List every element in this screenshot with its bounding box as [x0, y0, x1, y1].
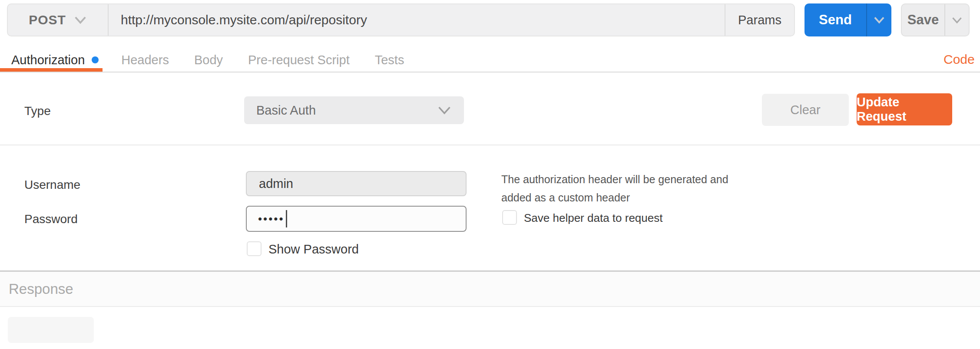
response-placeholder-block — [8, 317, 94, 343]
authorization-helper-note: The authorization header will be generat… — [501, 170, 728, 207]
tab-bar-border — [0, 72, 980, 72]
chevron-down-icon — [74, 16, 87, 24]
clear-button[interactable]: Clear — [762, 94, 849, 126]
tab-body[interactable]: Body — [194, 53, 223, 67]
tab-label: Body — [194, 53, 223, 67]
chevron-down-icon — [437, 105, 452, 115]
params-button[interactable]: Params — [725, 4, 794, 36]
save-helper-data-label: Save helper data to request — [524, 211, 662, 225]
show-password-checkbox[interactable] — [247, 241, 262, 256]
active-tab-underline — [0, 68, 103, 72]
password-masked-value: ••••• — [258, 212, 285, 226]
section-divider — [0, 145, 980, 145]
password-label: Password — [24, 212, 78, 226]
url-input[interactable]: http://myconsole.mysite.com/api/reposito… — [109, 4, 725, 36]
save-options-button[interactable] — [945, 4, 969, 36]
tab-authorization[interactable]: Authorization — [11, 53, 99, 67]
unsaved-changes-dot-icon — [92, 56, 99, 63]
tab-pre-request-script[interactable]: Pre-request Script — [248, 53, 350, 67]
text-cursor — [286, 210, 287, 227]
tab-tests[interactable]: Tests — [375, 53, 404, 67]
url-bar: POST http://myconsole.mysite.com/api/rep… — [7, 3, 795, 36]
tab-label: Pre-request Script — [248, 53, 350, 67]
send-button[interactable]: Send — [805, 3, 866, 36]
show-password-label: Show Password — [268, 242, 359, 257]
chevron-down-icon — [873, 16, 885, 24]
code-link[interactable]: Code — [944, 52, 975, 67]
send-options-button[interactable] — [867, 3, 891, 36]
save-button-group: Save — [901, 3, 970, 36]
username-label: Username — [24, 178, 80, 192]
tab-label: Tests — [375, 53, 404, 67]
password-input[interactable]: ••••• — [246, 206, 467, 232]
auth-type-select[interactable]: Basic Auth — [244, 96, 464, 124]
helper-note-line: The authorization header will be generat… — [501, 170, 728, 188]
tab-label: Authorization — [11, 53, 85, 67]
response-header: Response — [0, 270, 980, 307]
request-builder-page: POST http://myconsole.mysite.com/api/rep… — [0, 0, 980, 349]
auth-type-value: Basic Auth — [256, 103, 316, 118]
tab-label: Headers — [121, 53, 169, 67]
helper-note-line: added as a custom header — [501, 188, 728, 207]
save-helper-data-checkbox[interactable] — [502, 210, 517, 225]
save-button[interactable]: Save — [902, 4, 944, 36]
method-label: POST — [29, 13, 66, 27]
send-button-group: Send — [805, 3, 891, 36]
response-title: Response — [9, 281, 73, 297]
username-input[interactable]: admin — [246, 171, 467, 196]
auth-type-label: Type — [24, 104, 51, 118]
method-dropdown[interactable]: POST — [8, 4, 109, 36]
chevron-down-icon — [951, 16, 963, 24]
update-request-button[interactable]: Update Request — [857, 93, 952, 125]
tab-headers[interactable]: Headers — [121, 53, 169, 67]
